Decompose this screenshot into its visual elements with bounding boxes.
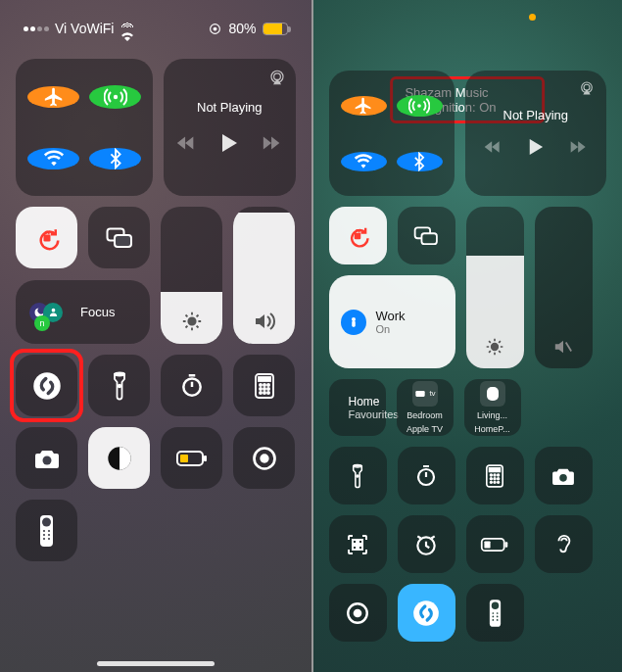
alarm-button[interactable] bbox=[398, 515, 455, 573]
media-next-button[interactable] bbox=[568, 136, 590, 158]
home-living-homepod[interactable]: Living... HomeP... bbox=[464, 379, 521, 436]
airplay-icon[interactable] bbox=[579, 80, 597, 98]
svg-rect-7 bbox=[115, 235, 131, 247]
svg-point-40 bbox=[417, 104, 421, 108]
volume-slider[interactable] bbox=[535, 207, 593, 368]
home-label: Home bbox=[349, 395, 399, 408]
cellular-data-button[interactable] bbox=[397, 95, 443, 117]
media-play-button[interactable] bbox=[525, 136, 547, 158]
svg-rect-69 bbox=[359, 540, 362, 544]
svg-point-61 bbox=[490, 477, 492, 479]
apple-tv-remote-button[interactable] bbox=[16, 500, 77, 561]
focus-button[interactable]: n Focus bbox=[16, 280, 150, 344]
svg-rect-15 bbox=[259, 377, 270, 381]
shazam-highlight bbox=[10, 349, 83, 422]
wifi-button[interactable] bbox=[27, 148, 79, 169]
wifi-status-icon bbox=[120, 15, 135, 42]
screen-mirroring-button[interactable] bbox=[398, 207, 455, 264]
wifi-button[interactable] bbox=[341, 152, 387, 171]
svg-point-84 bbox=[496, 615, 498, 617]
qr-code-button[interactable] bbox=[329, 515, 387, 573]
timer-button[interactable] bbox=[161, 355, 222, 416]
timer-button[interactable] bbox=[398, 447, 455, 504]
screen-mirroring-button[interactable] bbox=[88, 207, 150, 268]
home-favourites[interactable]: Home Favourites bbox=[329, 379, 386, 436]
svg-point-39 bbox=[48, 537, 50, 539]
flashlight-button[interactable] bbox=[329, 447, 387, 504]
svg-point-9 bbox=[188, 317, 195, 324]
svg-rect-52 bbox=[487, 387, 499, 401]
svg-point-23 bbox=[263, 391, 264, 393]
orientation-lock-button[interactable] bbox=[16, 207, 77, 268]
svg-point-65 bbox=[494, 481, 496, 483]
svg-point-8 bbox=[51, 309, 55, 312]
work-icon bbox=[341, 310, 366, 335]
svg-point-2 bbox=[113, 94, 117, 98]
camera-button[interactable] bbox=[16, 427, 77, 489]
shazam-button[interactable] bbox=[398, 584, 455, 642]
calculator-button[interactable] bbox=[466, 447, 524, 504]
connectivity-group[interactable] bbox=[16, 59, 153, 196]
svg-point-37 bbox=[48, 533, 50, 535]
svg-point-80 bbox=[491, 601, 498, 608]
bluetooth-button[interactable] bbox=[397, 152, 443, 171]
svg-rect-68 bbox=[353, 540, 357, 544]
svg-rect-74 bbox=[505, 542, 508, 547]
connectivity-group[interactable] bbox=[329, 71, 455, 196]
low-power-button[interactable] bbox=[161, 427, 222, 489]
home-bedroom-tv[interactable]: tv Bedroom Apple TV bbox=[397, 379, 454, 436]
airplay-icon[interactable] bbox=[268, 69, 286, 86]
calculator-button[interactable] bbox=[233, 355, 295, 416]
bluetooth-button[interactable] bbox=[89, 148, 141, 169]
privacy-icon bbox=[208, 22, 222, 36]
cellular-signal-icon bbox=[24, 26, 49, 31]
flashlight-button[interactable] bbox=[88, 355, 150, 416]
media-prev-button[interactable] bbox=[175, 132, 197, 154]
focus-sub: On bbox=[376, 323, 406, 335]
svg-point-22 bbox=[259, 391, 261, 393]
media-card[interactable]: Not Playing bbox=[465, 71, 607, 196]
svg-rect-75 bbox=[484, 541, 490, 548]
svg-rect-5 bbox=[43, 234, 50, 241]
svg-point-16 bbox=[259, 383, 261, 385]
camera-button[interactable] bbox=[535, 447, 593, 504]
svg-point-66 bbox=[498, 481, 500, 483]
svg-point-53 bbox=[357, 474, 359, 476]
svg-rect-28 bbox=[204, 456, 207, 461]
media-title: Not Playing bbox=[197, 101, 262, 115]
home-indicator[interactable] bbox=[97, 661, 215, 666]
home-sub: Favourites bbox=[349, 408, 399, 420]
dark-mode-button[interactable] bbox=[88, 427, 150, 489]
volume-slider[interactable] bbox=[233, 207, 295, 344]
media-play-button[interactable] bbox=[218, 132, 240, 154]
apple-tv-remote-button[interactable] bbox=[466, 584, 524, 642]
airplane-mode-button[interactable] bbox=[341, 96, 387, 116]
hearing-button[interactable] bbox=[535, 515, 593, 573]
airplane-mode-button[interactable] bbox=[27, 86, 79, 108]
screen-record-button[interactable] bbox=[329, 584, 387, 642]
cellular-data-button[interactable] bbox=[89, 85, 141, 109]
low-power-button[interactable] bbox=[466, 515, 524, 573]
svg-rect-70 bbox=[353, 546, 357, 550]
svg-point-63 bbox=[498, 477, 500, 479]
battery-text: 80% bbox=[228, 21, 256, 36]
svg-point-19 bbox=[259, 387, 261, 389]
svg-point-62 bbox=[494, 477, 496, 479]
focus-button[interactable]: Work On bbox=[329, 275, 455, 368]
svg-point-67 bbox=[559, 474, 567, 482]
media-next-button[interactable] bbox=[262, 132, 283, 154]
svg-point-64 bbox=[490, 481, 492, 483]
screen-record-button[interactable] bbox=[233, 427, 295, 489]
svg-rect-29 bbox=[180, 455, 188, 462]
svg-point-20 bbox=[263, 387, 264, 389]
brightness-slider[interactable] bbox=[161, 207, 222, 344]
focus-count-badge: n bbox=[34, 315, 50, 331]
media-card[interactable]: Not Playing bbox=[164, 59, 296, 196]
media-prev-button[interactable] bbox=[482, 136, 503, 158]
svg-point-48 bbox=[492, 344, 499, 351]
svg-point-34 bbox=[43, 529, 45, 531]
orientation-lock-button[interactable] bbox=[329, 207, 387, 264]
svg-point-31 bbox=[260, 454, 268, 462]
shazam-button[interactable] bbox=[16, 355, 77, 416]
brightness-slider[interactable] bbox=[466, 207, 524, 368]
